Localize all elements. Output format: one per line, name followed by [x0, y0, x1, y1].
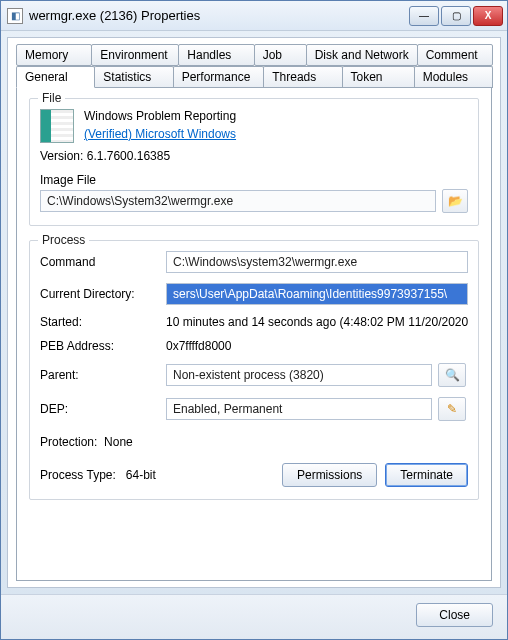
tab-general[interactable]: General — [16, 66, 95, 88]
inspect-parent-button[interactable]: 🔍 — [438, 363, 466, 387]
terminate-button[interactable]: Terminate — [385, 463, 468, 487]
version-value: 6.1.7600.16385 — [87, 149, 170, 163]
edit-dep-button[interactable]: ✎ — [438, 397, 466, 421]
browse-button[interactable]: 📂 — [442, 189, 468, 213]
dep-label: DEP: — [40, 402, 160, 416]
protection-label: Protection: — [40, 435, 97, 449]
dep-input[interactable] — [166, 398, 432, 420]
tab-performance[interactable]: Performance — [173, 66, 265, 88]
window-title: wermgr.exe (2136) Properties — [29, 8, 409, 23]
tab-disk-network[interactable]: Disk and Network — [306, 44, 418, 66]
dialog-footer: Close — [1, 594, 507, 639]
ptype-row: Process Type: 64-bit — [40, 468, 282, 482]
started-label: Started: — [40, 315, 160, 329]
file-icon — [40, 109, 74, 143]
version-label: Version: — [40, 149, 83, 163]
file-group: File Windows Problem Reporting (Verified… — [29, 98, 479, 226]
permissions-button[interactable]: Permissions — [282, 463, 377, 487]
ptype-value: 64-bit — [126, 468, 156, 482]
tab-statistics[interactable]: Statistics — [94, 66, 173, 88]
ptype-label: Process Type: — [40, 468, 116, 482]
tab-comment[interactable]: Comment — [417, 44, 493, 66]
dialog-close-button[interactable]: Close — [416, 603, 493, 627]
version-row: Version: 6.1.7600.16385 — [40, 149, 468, 163]
process-group: Process Command Current Directory: sers\… — [29, 240, 479, 500]
client-area: Memory Environment Handles Job Disk and … — [7, 37, 501, 588]
tab-handles[interactable]: Handles — [178, 44, 254, 66]
titlebar: ◧ wermgr.exe (2136) Properties — ▢ X — [1, 1, 507, 31]
tab-modules[interactable]: Modules — [414, 66, 493, 88]
tab-memory[interactable]: Memory — [16, 44, 92, 66]
protection-value: None — [104, 435, 133, 449]
process-legend: Process — [38, 233, 89, 247]
minimize-button[interactable]: — — [409, 6, 439, 26]
tab-job[interactable]: Job — [254, 44, 307, 66]
imagefile-input[interactable] — [40, 190, 436, 212]
imagefile-label: Image File — [40, 173, 468, 187]
verified-link[interactable]: (Verified) Microsoft Windows — [84, 127, 236, 141]
app-icon: ◧ — [7, 8, 23, 24]
file-legend: File — [38, 91, 65, 105]
started-value: 10 minutes and 14 seconds ago (4:48:02 P… — [166, 315, 468, 329]
tab-threads[interactable]: Threads — [263, 66, 342, 88]
tab-row-top: Memory Environment Handles Job Disk and … — [16, 44, 492, 66]
properties-window: ◧ wermgr.exe (2136) Properties — ▢ X Mem… — [0, 0, 508, 640]
tab-token[interactable]: Token — [342, 66, 415, 88]
command-label: Command — [40, 255, 160, 269]
maximize-button[interactable]: ▢ — [441, 6, 471, 26]
tab-environment[interactable]: Environment — [91, 44, 179, 66]
peb-label: PEB Address: — [40, 339, 160, 353]
peb-value: 0x7ffffd8000 — [166, 339, 468, 353]
cwd-input[interactable]: sers\User\AppData\Roaming\Identities9973… — [166, 283, 468, 305]
tab-row-bottom: General Statistics Performance Threads T… — [16, 66, 492, 88]
protection-row: Protection: None — [40, 435, 468, 449]
magnifier-icon: 🔍 — [445, 368, 460, 382]
close-button[interactable]: X — [473, 6, 503, 26]
product-name: Windows Problem Reporting — [84, 109, 468, 123]
parent-label: Parent: — [40, 368, 160, 382]
folder-icon: 📂 — [448, 194, 463, 208]
pencil-icon: ✎ — [447, 402, 457, 416]
window-controls: — ▢ X — [409, 6, 503, 26]
parent-input[interactable] — [166, 364, 432, 386]
tab-panel-general: File Windows Problem Reporting (Verified… — [16, 87, 492, 581]
cwd-label: Current Directory: — [40, 287, 160, 301]
tabstrip: Memory Environment Handles Job Disk and … — [16, 44, 492, 88]
command-input[interactable] — [166, 251, 468, 273]
